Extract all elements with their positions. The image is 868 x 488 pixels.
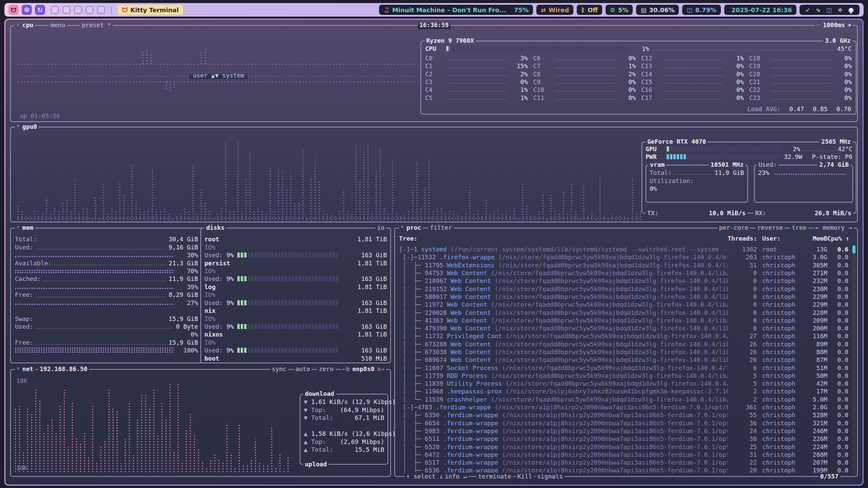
workspace-3[interactable] <box>74 6 82 14</box>
process-row[interactable]: │ ├─ 6472 .ferdium-wrappe (/nix/store/a1… <box>399 451 850 459</box>
cpu-widget[interactable]: ⚙5% <box>606 5 633 15</box>
core-pct: 0% <box>833 94 852 101</box>
proc-scrollbar-thumb[interactable] <box>852 245 855 253</box>
music-widget[interactable]: ♫ Minuit Machine – Don't Run Fro... <box>379 5 511 15</box>
network-widget[interactable]: ⇄Wired <box>536 5 573 15</box>
auto-button[interactable]: auto <box>294 365 312 373</box>
terminate-button[interactable]: terminate <box>476 472 513 481</box>
mem-box-title-text: mem <box>22 224 34 232</box>
cpu-header[interactable]: Cpu% ↑ <box>827 235 850 242</box>
interval-increase-button[interactable]: + <box>848 21 851 29</box>
per-core-toggle[interactable]: per-core <box>717 224 750 232</box>
tree-toggle[interactable]: tree <box>790 224 808 232</box>
process-row[interactable]: │ ├─ 673288 Web Content (/nix/store/fqad… <box>399 340 850 348</box>
process-info: │ ├─ 220028 Web Content (/nix/store/fqad… <box>399 309 728 316</box>
user-header[interactable]: User: <box>757 235 799 242</box>
window-title-button[interactable]: ᗢ Kitty Terminal <box>118 5 183 15</box>
process-row[interactable]: │ ├─ 6654 .ferdium-wrappe (/nix/store/a1… <box>399 419 850 427</box>
threads-header[interactable]: Threads: <box>728 235 757 242</box>
signals-button[interactable]: signals <box>535 472 565 481</box>
process-row[interactable]: │ ├─ 11732 Privileged Cont (/nix/store/f… <box>399 332 850 340</box>
stat-label: Total: <box>311 446 333 453</box>
cat-launcher[interactable]: ᗢ <box>8 5 19 15</box>
filter-button[interactable]: filter <box>428 224 454 232</box>
info-button[interactable]: info ↵ <box>443 472 469 481</box>
proc-position: 0/557 <box>818 472 840 481</box>
bluetooth-widget[interactable]: ᛒOff <box>577 5 602 15</box>
process-row[interactable]: │ ├─ 94753 Web Content (/nix/store/fqadd… <box>399 269 850 277</box>
threads-cell: 25 <box>728 443 757 450</box>
preset-button[interactable]: preset * <box>80 21 113 29</box>
process-row[interactable]: │ ├─ 11839 Utility Process (/nix/store/f… <box>399 380 850 387</box>
process-row[interactable]: │ └─ 11539 crashhelper (/nix/store/fqadd… <box>399 395 850 403</box>
cpu-cell: 0.0 <box>827 396 850 403</box>
workspace-4[interactable] <box>85 6 94 14</box>
bell-icon[interactable] <box>849 8 853 12</box>
wave-icon[interactable]: ∿ <box>814 6 822 14</box>
workspace-2[interactable] <box>62 6 71 14</box>
disk-used-label: Used: <box>204 347 226 354</box>
process-row[interactable]: │ ├─ 11972 Web Content (/nix/store/fqadd… <box>399 301 850 308</box>
process-row[interactable]: │ ├─ 5983 .ferdium-wrappe (/nix/store/a1… <box>399 427 850 435</box>
tree-prefix: [-]─11532 <box>399 253 439 261</box>
tree-prefix: │ ├─ 11972 <box>399 301 447 308</box>
process-info: │ ├─ 94753 Web Content (/nix/store/fqadd… <box>399 269 728 277</box>
gpu-util-pct: 2% <box>784 145 800 152</box>
disk-widget[interactable]: ◫8.79% <box>682 5 721 15</box>
workspace-5[interactable] <box>97 6 105 14</box>
memory-widget[interactable]: ▤30.06% <box>636 5 679 15</box>
mem-row: Used:9,16 GiB <box>15 243 198 251</box>
process-row[interactable]: [-]─1 systemd (/run/current-system/syste… <box>399 245 850 253</box>
mem-row: Free:15,9 GiB <box>15 339 198 346</box>
process-row[interactable]: │ ├─ 41363 Web Content (/nix/store/fqadd… <box>399 317 850 324</box>
tray: ✔∿◫❖ <box>800 5 860 15</box>
diamond-icon[interactable]: ❖ <box>836 6 844 14</box>
sync-button[interactable]: sync <box>270 365 288 373</box>
process-info: │ ├─ 673038 Web Content (/nix/store/fqad… <box>399 348 728 355</box>
next-interface-button[interactable]: n→ <box>377 365 384 373</box>
io-mode-button[interactable]: io <box>375 224 386 232</box>
process-row[interactable]: │ ├─ 11968 .keepassxc-prox (/nix/store/b… <box>399 387 850 395</box>
check-icon[interactable]: ✔ <box>804 6 812 14</box>
core-pct: 1% <box>617 62 636 69</box>
process-row[interactable]: │ ├─ 6517 .ferdium-wrappe (/nix/store/a1… <box>399 459 850 466</box>
process-row[interactable]: │ ├─ 219152 Web Content (/nix/store/fqad… <box>399 285 850 292</box>
nixos-launcher[interactable]: ❆ <box>22 5 32 15</box>
clock-widget[interactable]: 2025-07-22 16:36 <box>724 5 796 15</box>
process-row[interactable]: │ ├─ 6511 .ferdium-wrappe (/nix/store/a1… <box>399 435 850 443</box>
proc-scrollbar[interactable] <box>852 245 855 474</box>
select-buttons[interactable]: ↑ select ↓ <box>405 472 445 481</box>
kill-button[interactable]: Kill <box>516 472 534 481</box>
window-icon[interactable]: ◫ <box>825 6 833 14</box>
menu-button[interactable]: menu <box>49 21 67 29</box>
mem-value: 11,9 GiB <box>169 275 198 282</box>
process-row[interactable]: │ ├─ 11607 Socket Process (/nix/store/fq… <box>399 364 850 371</box>
vram-used-graph <box>774 173 846 176</box>
reload-launcher[interactable]: ↻ <box>35 5 45 15</box>
user-cell: christoph <box>757 356 799 363</box>
user-cell: christoph <box>757 380 799 387</box>
mem-header[interactable]: MemB <box>799 235 827 242</box>
workspace-1[interactable] <box>51 6 59 14</box>
process-row[interactable]: │ ├─ 220028 Web Content (/nix/store/fqad… <box>399 308 850 316</box>
prev-interface-button[interactable]: ←b <box>342 365 350 373</box>
process-row[interactable]: │ ├─ 479390 Web Content (/nix/store/fqad… <box>399 324 850 332</box>
reverse-toggle[interactable]: reverse <box>755 224 785 232</box>
process-name: Privileged Cont <box>447 332 506 340</box>
process-row[interactable]: │ ├─ 580017 Web Content (/nix/store/fqad… <box>399 293 850 301</box>
process-row[interactable]: [-]─4783 .ferdium-wrappe (/nix/store/a1p… <box>399 403 850 411</box>
process-row[interactable]: │ ├─ 11795 WebExtensions (/nix/store/fqa… <box>399 261 850 269</box>
zero-button[interactable]: zero <box>317 365 335 373</box>
sort-column-switcher[interactable]: ← memory → <box>814 224 854 232</box>
user-cell: christoph <box>757 396 799 403</box>
tree-header[interactable]: Tree: <box>399 235 728 242</box>
disk-row: root1,81 TiB <box>204 235 387 243</box>
process-row[interactable]: │ ├─ 218067 Web Content (/nix/store/fqad… <box>399 277 850 285</box>
process-row[interactable]: [-]─11532 .firefox-wrappe (/nix/store/fq… <box>399 253 850 261</box>
process-row[interactable]: │ ├─ 673038 Web Content (/nix/store/fqad… <box>399 348 850 356</box>
process-row[interactable]: │ ├─ 6520 .ferdium-wrappe (/nix/store/a1… <box>399 443 850 450</box>
interval-decrease-button[interactable]: ─ <box>816 21 820 29</box>
process-row[interactable]: │ ├─ 689674 Web Content (/nix/store/fqad… <box>399 356 850 364</box>
process-row[interactable]: │ ├─ 11739 RDD Process (/nix/store/fqadd… <box>399 372 850 380</box>
process-row[interactable]: │ ├─ 6350 .ferdium-wrappe (/nix/store/a1… <box>399 411 850 419</box>
